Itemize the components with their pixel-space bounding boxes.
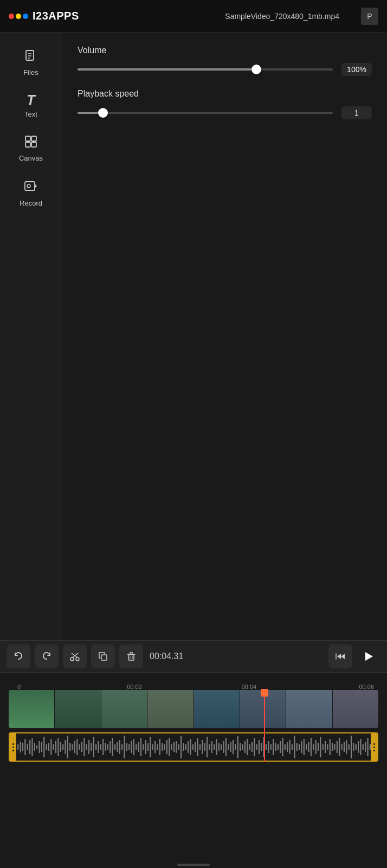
svg-rect-58 [95, 744, 96, 750]
svg-rect-43 [60, 742, 61, 752]
svg-rect-95 [183, 743, 184, 751]
rewind-button[interactable] [328, 644, 352, 668]
svg-rect-50 [76, 739, 78, 755]
svg-rect-101 [197, 738, 198, 756]
svg-rect-76 [138, 742, 139, 752]
sidebar-item-canvas[interactable]: Canvas [7, 129, 55, 168]
sidebar-label-record: Record [20, 199, 42, 207]
svg-rect-53 [83, 738, 85, 756]
svg-rect-128 [261, 743, 262, 751]
svg-rect-70 [124, 736, 125, 758]
svg-rect-158 [332, 743, 333, 751]
svg-rect-55 [88, 740, 89, 754]
sidebar-item-files[interactable]: Files [7, 43, 55, 82]
copy-button[interactable] [91, 644, 115, 668]
svg-rect-140 [289, 740, 291, 754]
svg-rect-134 [275, 743, 276, 751]
svg-rect-168 [356, 744, 357, 750]
audio-handle-right[interactable] [371, 733, 377, 761]
filmstrip-frame-7 [286, 690, 332, 728]
svg-rect-57 [93, 737, 94, 757]
volume-slider-thumb[interactable] [251, 65, 261, 74]
dot-yellow [16, 14, 21, 19]
svg-rect-38 [48, 743, 49, 751]
handle-dots-right [373, 743, 375, 751]
svg-rect-32 [34, 743, 35, 751]
delete-button[interactable] [119, 644, 143, 668]
svg-rect-69 [121, 744, 122, 750]
svg-rect-170 [360, 739, 361, 755]
svg-rect-88 [166, 740, 167, 754]
playback-slider-row: 1 [78, 106, 372, 119]
svg-rect-71 [126, 743, 127, 751]
svg-rect-89 [169, 738, 170, 756]
svg-rect-66 [114, 744, 115, 750]
header-action-button[interactable]: P [361, 8, 378, 25]
svg-rect-62 [105, 743, 106, 751]
sidebar-item-record[interactable]: Record [7, 173, 55, 213]
svg-rect-127 [259, 740, 260, 754]
svg-rect-125 [254, 738, 255, 756]
logo: I23APPS [9, 10, 79, 22]
undo-button[interactable] [7, 644, 30, 668]
svg-rect-41 [55, 741, 56, 753]
handle-dot [373, 746, 375, 748]
svg-rect-117 [235, 744, 236, 750]
svg-rect-119 [240, 743, 241, 751]
svg-marker-22 [341, 654, 345, 659]
svg-marker-10 [35, 184, 37, 188]
svg-rect-46 [67, 736, 68, 758]
timeline-ruler: 0 00:02 00:04 00:06 [0, 673, 387, 690]
playhead-head [261, 689, 268, 697]
svg-rect-42 [57, 738, 59, 756]
svg-rect-83 [154, 741, 156, 753]
canvas-icon [24, 135, 38, 151]
svg-rect-135 [278, 744, 279, 750]
audio-playhead[interactable] [264, 728, 265, 762]
filmstrip-frame-8 [333, 690, 378, 728]
svg-rect-28 [24, 739, 25, 755]
volume-slider-track[interactable] [78, 68, 333, 71]
svg-rect-31 [31, 738, 33, 756]
svg-rect-51 [79, 744, 80, 750]
svg-rect-159 [334, 744, 335, 750]
video-filmstrip [9, 690, 378, 728]
svg-rect-49 [74, 741, 75, 753]
sidebar-label-text: Text [24, 110, 37, 118]
svg-rect-8 [25, 182, 35, 190]
svg-rect-29 [27, 744, 28, 750]
sidebar-label-canvas: Canvas [19, 154, 43, 162]
playback-slider-thumb[interactable] [98, 108, 108, 118]
files-icon [24, 49, 38, 65]
svg-rect-150 [313, 744, 314, 750]
playback-slider-track[interactable] [78, 112, 333, 114]
svg-rect-26 [20, 742, 21, 752]
playback-value: 1 [341, 106, 372, 119]
audio-handle-left[interactable] [10, 733, 16, 761]
svg-rect-160 [337, 741, 338, 753]
time-display: 00:04.31 [150, 652, 183, 661]
svg-rect-91 [173, 742, 175, 752]
svg-rect-17 [101, 655, 107, 660]
audio-waveform [16, 733, 371, 761]
filmstrip-frame-4 [147, 690, 194, 728]
cut-button[interactable] [63, 644, 87, 668]
ruler-mark-2: 00:02 [127, 684, 142, 690]
svg-rect-56 [91, 743, 92, 751]
video-playhead[interactable] [264, 690, 265, 728]
svg-rect-90 [171, 744, 172, 750]
svg-rect-60 [100, 744, 101, 750]
svg-rect-145 [301, 741, 302, 753]
sidebar-item-text[interactable]: T Text [7, 87, 55, 124]
handle-dot [12, 743, 14, 745]
handle-dot [12, 746, 14, 748]
play-button[interactable] [357, 644, 380, 668]
redo-button[interactable] [35, 644, 59, 668]
svg-rect-35 [41, 742, 42, 752]
video-track-area [0, 690, 387, 728]
svg-rect-73 [131, 741, 132, 753]
volume-control: Volume 100% [78, 46, 372, 76]
svg-rect-133 [273, 739, 274, 755]
svg-rect-137 [282, 738, 283, 756]
svg-rect-164 [346, 740, 347, 754]
